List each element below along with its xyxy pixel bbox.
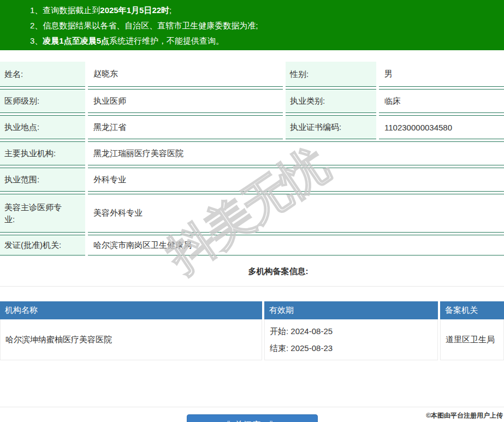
validity-end: 结束: 2025-08-23 bbox=[270, 340, 432, 356]
profile-row-cosmetic-specialty: 美容主诊医师专业: 美容外科专业 bbox=[0, 194, 504, 233]
multi-institution-section-title: 多机构备案信息: bbox=[26, 266, 504, 277]
validity-period-cell: 开始: 2024-08-25 结束: 2025-08-23 bbox=[264, 319, 438, 360]
main-institution-label: 主要执业机构: bbox=[0, 141, 85, 165]
notice-bar: 1、查询数据截止到2025年1月5日22时; 2、信息数据结果以各省、自治区、直… bbox=[0, 0, 504, 50]
practice-scope-value: 外科专业 bbox=[88, 168, 504, 192]
validity-period-header: 有效期 bbox=[264, 301, 438, 319]
org-name-header: 机构名称 bbox=[0, 301, 262, 319]
certificate-number-value: 110230000034580 bbox=[379, 115, 504, 139]
main-institution-value: 黑龙江瑞丽医疗美容医院 bbox=[88, 141, 504, 165]
license-query-result-page: 1、查询数据截止到2025年1月5日22时; 2、信息数据结果以各省、自治区、直… bbox=[0, 0, 504, 422]
doctor-level-label: 医师级别: bbox=[0, 89, 85, 113]
profile-row-location-certno: 执业地点: 黑龙江省 执业证书编码: 110230000034580 bbox=[0, 115, 504, 139]
cosmetic-specialty-label: 美容主诊医师专业: bbox=[0, 194, 85, 233]
gender-label: 性别: bbox=[286, 62, 376, 87]
profile-row-name-gender: 姓名: 赵晓东 性别: 男 bbox=[0, 62, 504, 87]
org-name-cell: 哈尔滨坤纳蜜柚医疗美容医院 bbox=[0, 319, 262, 360]
profile-row-main-institution: 主要执业机构: 黑龙江瑞丽医疗美容医院 bbox=[0, 141, 504, 165]
notice-line-2: 2、信息数据结果以各省、自治区、直辖市卫生健康委数据为准; bbox=[30, 18, 493, 33]
gender-value: 男 bbox=[379, 62, 504, 87]
name-value: 赵晓东 bbox=[88, 62, 283, 87]
practice-category-label: 执业类别: bbox=[286, 89, 376, 113]
footer-divider bbox=[0, 407, 504, 407]
section-divider bbox=[0, 286, 504, 287]
issuing-authority-label: 发证(批准)机关: bbox=[0, 235, 85, 255]
practice-scope-label: 执业范围: bbox=[0, 168, 85, 192]
practice-location-value: 黑龙江省 bbox=[88, 115, 283, 139]
validity-start: 开始: 2024-08-25 bbox=[270, 323, 432, 340]
notice-line-1: 1、查询数据截止到2025年1月5日22时; bbox=[30, 3, 493, 18]
profile-row-level-category: 医师级别: 执业医师 执业类别: 临床 bbox=[0, 89, 504, 113]
practitioner-profile-table: 姓名: 赵晓东 性别: 男 医师级别: 执业医师 执业类别: 临床 执业地点: … bbox=[0, 62, 504, 255]
registration-authority-header: 备案机关 bbox=[440, 301, 504, 319]
copyright-watermark-text: ©本图由平台注册用户上传 bbox=[426, 411, 503, 420]
name-label: 姓名: bbox=[0, 62, 85, 87]
notice-line-3: 3、凌晨1点至凌晨5点系统进行维护，不能提供查询。 bbox=[30, 33, 493, 49]
doctor-level-value: 执业医师 bbox=[88, 89, 283, 113]
registration-authority-cell: 道里区卫生局 bbox=[440, 319, 504, 360]
close-window-button[interactable]: 〖关闭窗口〗 bbox=[187, 414, 318, 422]
registration-table: 机构名称 有效期 备案机关 哈尔滨坤纳蜜柚医疗美容医院 开始: 2024-08-… bbox=[0, 301, 504, 360]
table-row: 哈尔滨坤纳蜜柚医疗美容医院 开始: 2024-08-25 结束: 2025-08… bbox=[0, 319, 504, 360]
cosmetic-specialty-value: 美容外科专业 bbox=[88, 194, 504, 233]
practice-location-label: 执业地点: bbox=[0, 115, 85, 139]
registration-table-header: 机构名称 有效期 备案机关 bbox=[0, 301, 504, 319]
certificate-number-label: 执业证书编码: bbox=[286, 115, 376, 139]
issuing-authority-value: 哈尔滨市南岗区卫生健康局 bbox=[88, 235, 504, 255]
profile-row-practice-scope: 执业范围: 外科专业 bbox=[0, 168, 504, 192]
practice-category-value: 临床 bbox=[379, 89, 504, 113]
profile-row-issuing-authority: 发证(批准)机关: 哈尔滨市南岗区卫生健康局 bbox=[0, 235, 504, 255]
